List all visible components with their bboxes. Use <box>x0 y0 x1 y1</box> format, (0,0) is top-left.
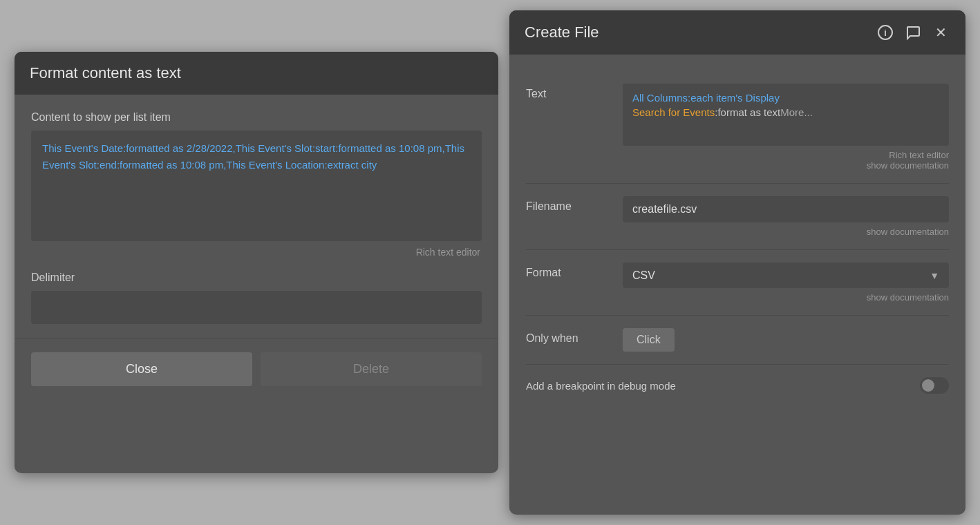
rich-text-editor-link[interactable]: Rich text editor show documentation <box>623 150 949 171</box>
svg-text:i: i <box>884 28 887 38</box>
text-line2-yellow: Search for Events <box>632 106 715 118</box>
filename-input[interactable] <box>623 196 949 222</box>
only-when-input[interactable] <box>681 334 949 346</box>
breakpoint-content: Add a breakpoint in debug mode <box>526 377 949 394</box>
text-format: format as text <box>717 106 780 118</box>
breakpoint-toggle[interactable] <box>920 377 949 394</box>
text-more: More... <box>780 106 813 118</box>
info-icon[interactable]: i <box>876 23 895 42</box>
text-content-box[interactable]: All Columns:each item's Display Search f… <box>623 84 949 146</box>
left-panel-body: Content to show per list item This Event… <box>15 95 498 338</box>
delete-button[interactable]: Delete <box>261 352 482 386</box>
format-label: Format <box>526 262 623 279</box>
format-field-content: CSV JSON XML TSV ▼ show documentation <box>623 262 949 303</box>
right-panel-header: Create File i ✕ <box>509 10 965 55</box>
delimiter-section: Delimiter <box>31 271 482 324</box>
text-line2: Search for Events:format as textMore... <box>632 106 939 118</box>
text-line1: All Columns:each item's Display <box>632 92 939 104</box>
click-badge[interactable]: Click <box>623 328 675 352</box>
breakpoint-row: Add a breakpoint in debug mode <box>526 365 949 401</box>
content-label: Content to show per list item <box>31 111 482 124</box>
toggle-knob <box>922 379 934 392</box>
filename-show-doc[interactable]: show documentation <box>623 227 949 237</box>
close-button[interactable]: Close <box>31 352 252 386</box>
delimiter-input[interactable] <box>31 291 482 324</box>
format-select-wrapper: CSV JSON XML TSV ▼ <box>623 262 949 288</box>
create-file-panel: Create File i ✕ Text All Columns:each i <box>509 10 965 515</box>
format-field-row: Format CSV JSON XML TSV ▼ show documenta… <box>526 250 949 316</box>
left-panel-footer: Close Delete <box>15 338 498 403</box>
only-when-content: Click <box>623 328 949 352</box>
only-when-field-content: Click <box>623 328 949 352</box>
format-select[interactable]: CSV JSON XML TSV <box>623 262 949 288</box>
content-text-area[interactable]: This Event's Date:formatted as 2/28/2022… <box>31 131 482 241</box>
format-content-panel: Format content as text Content to show p… <box>15 52 498 473</box>
rich-text-editor-label[interactable]: Rich text editor <box>31 247 482 258</box>
right-panel-title: Create File <box>525 23 599 41</box>
text-label: Text <box>526 84 623 100</box>
filename-field-content: show documentation <box>623 196 949 237</box>
left-panel-title: Format content as text <box>30 64 181 82</box>
only-when-field-row: Only when Click <box>526 316 949 365</box>
only-when-label: Only when <box>526 328 623 345</box>
close-icon[interactable]: ✕ <box>931 23 950 42</box>
filename-field-row: Filename show documentation <box>526 184 949 250</box>
comment-icon[interactable] <box>903 23 923 42</box>
format-show-doc[interactable]: show documentation <box>623 292 949 303</box>
right-panel-body: Text All Columns:each item's Display Sea… <box>509 55 965 414</box>
text-field-content: All Columns:each item's Display Search f… <box>623 84 949 171</box>
left-panel-header: Format content as text <box>15 52 498 95</box>
breakpoint-label: Add a breakpoint in debug mode <box>526 380 676 392</box>
header-icons: i ✕ <box>876 23 950 42</box>
text-field-row: Text All Columns:each item's Display Sea… <box>526 71 949 184</box>
filename-label: Filename <box>526 196 623 213</box>
delimiter-label: Delimiter <box>31 271 482 284</box>
content-text-value: This Event's Date:formatted as 2/28/2022… <box>42 142 464 171</box>
